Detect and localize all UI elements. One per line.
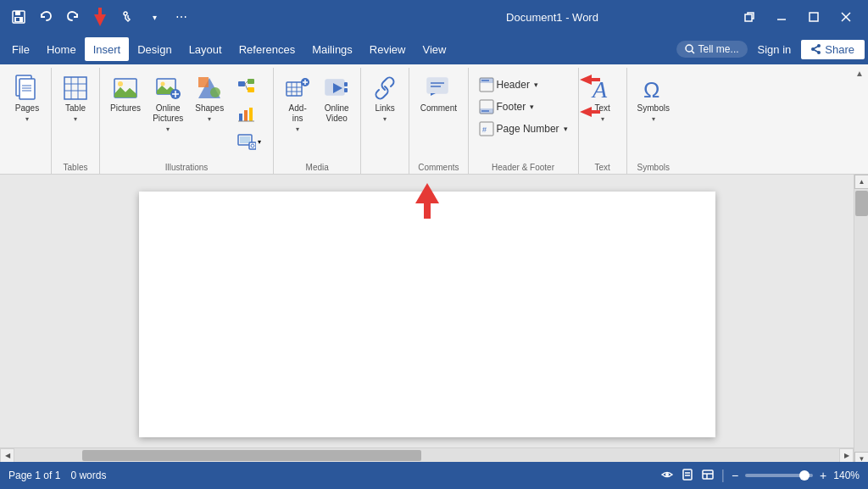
footer-dropdown-arrow: ▾ — [530, 103, 534, 111]
scroll-thumb[interactable] — [855, 191, 868, 216]
svg-marker-69 — [431, 93, 436, 96]
symbols-arrow: ▾ — [652, 115, 655, 123]
table-icon — [62, 75, 89, 102]
ribbon-group-tables: Table ▾ Tables — [52, 68, 100, 174]
zoom-thumb — [799, 470, 810, 481]
svg-rect-48 — [249, 108, 253, 121]
document-content: Sitesbay.com — [0, 175, 854, 466]
chart-button[interactable] — [232, 102, 266, 127]
svg-line-13 — [692, 51, 694, 53]
save-icon[interactable] — [7, 5, 31, 29]
pictures-button[interactable]: Pictures — [105, 71, 146, 117]
links-items: Links ▾ — [366, 68, 403, 170]
word-count: 0 words — [70, 470, 106, 481]
page-number-arrow: ▾ — [564, 125, 568, 133]
media-items: Add-ins ▾ OnlineVideo — [279, 68, 355, 161]
pages-arrow: ▾ — [25, 115, 29, 123]
hscroll-left-button[interactable]: ◀ — [0, 448, 14, 463]
web-view-icon[interactable] — [701, 468, 715, 484]
menu-layout[interactable]: Layout — [181, 37, 231, 61]
menu-references[interactable]: References — [231, 37, 303, 61]
zoom-out-button[interactable]: − — [732, 469, 738, 482]
sign-in-button[interactable]: Sign in — [751, 40, 798, 59]
undo-icon[interactable] — [34, 5, 58, 29]
svg-rect-39 — [198, 77, 209, 87]
shapes-button[interactable]: Shapes ▾ — [190, 71, 229, 126]
tell-me-input[interactable]: Tell me... — [676, 41, 748, 58]
svg-point-12 — [686, 45, 693, 52]
ribbon-group-pages: Pages ▾ — [3, 68, 52, 174]
minimize-icon[interactable] — [766, 3, 797, 31]
hscroll-right-button[interactable]: ▶ — [839, 448, 854, 463]
screenshot-button[interactable]: ▾ — [232, 129, 266, 154]
svg-marker-79 — [580, 107, 600, 117]
svg-rect-64 — [344, 82, 348, 86]
close-icon[interactable] — [831, 3, 861, 31]
doc-area-red-arrow — [414, 183, 441, 220]
quick-access-dropdown[interactable]: ▾ — [142, 5, 166, 29]
read-mode-icon[interactable] — [660, 468, 674, 484]
online-pictures-arrow: ▾ — [166, 125, 170, 133]
restore-icon[interactable] — [734, 3, 765, 31]
header-label: Header — [497, 79, 530, 91]
tell-me-label: Tell me... — [698, 43, 739, 55]
svg-rect-20 — [19, 79, 35, 99]
print-layout-icon[interactable] — [681, 468, 694, 484]
ribbon-group-links: Links ▾ — [361, 68, 409, 174]
footer-label: Footer — [497, 101, 526, 113]
svg-line-44 — [245, 81, 248, 84]
svg-rect-43 — [248, 87, 254, 92]
online-pictures-icon — [154, 75, 181, 102]
links-arrow: ▾ — [383, 115, 387, 123]
maximize-icon[interactable] — [798, 3, 829, 31]
svg-rect-66 — [427, 78, 448, 93]
addins-button[interactable]: Add-ins ▾ — [279, 71, 316, 136]
zoom-level[interactable]: 140% — [833, 470, 860, 481]
page-number-button[interactable]: # Page Number ▾ — [474, 119, 573, 139]
vertical-scrollbar[interactable]: ▲ ▼ — [854, 175, 868, 466]
pages-group-label — [8, 170, 46, 174]
svg-marker-31 — [114, 87, 136, 97]
menu-view[interactable]: View — [414, 37, 454, 61]
menu-home[interactable]: Home — [38, 37, 85, 61]
footer-button[interactable]: Footer ▾ — [474, 97, 573, 117]
table-button[interactable]: Table ▾ — [57, 71, 94, 126]
zoom-slider[interactable] — [745, 474, 813, 477]
share-button[interactable]: Share — [801, 40, 865, 59]
tables-group-label: Tables — [57, 161, 94, 174]
scroll-up-button[interactable]: ▲ — [854, 175, 868, 189]
menu-insert[interactable]: Insert — [85, 37, 130, 61]
horizontal-scrollbar[interactable]: ◀ ▶ — [0, 447, 854, 462]
redo-icon[interactable] — [61, 5, 85, 29]
comment-button[interactable]: Comment — [415, 71, 462, 117]
menu-review[interactable]: Review — [361, 37, 415, 61]
header-dropdown-arrow: ▾ — [534, 81, 538, 89]
scroll-track[interactable] — [854, 189, 868, 452]
header-icon — [479, 77, 494, 92]
zoom-in-button[interactable]: + — [820, 469, 826, 482]
more-options-icon[interactable]: ⋯ — [170, 5, 193, 29]
page-info: Page 1 of 1 — [8, 470, 60, 481]
svg-rect-85 — [683, 470, 692, 480]
document-page — [139, 192, 715, 437]
ribbon-collapse-button[interactable]: ▲ — [851, 64, 868, 81]
symbols-button[interactable]: Ω Symbols ▾ — [632, 71, 675, 126]
hscroll-track[interactable] — [14, 448, 839, 463]
menu-mailings[interactable]: Mailings — [303, 37, 361, 61]
links-button[interactable]: Links ▾ — [366, 71, 403, 126]
hscroll-thumb[interactable] — [82, 450, 421, 461]
online-pictures-button[interactable]: OnlinePictures ▾ — [147, 71, 188, 136]
online-video-label: OnlineVideo — [325, 103, 349, 124]
header-button[interactable]: Header ▾ — [474, 75, 573, 95]
menu-design[interactable]: Design — [129, 37, 180, 61]
menu-file[interactable]: File — [3, 37, 38, 61]
svg-rect-82 — [424, 202, 431, 219]
svg-rect-42 — [248, 79, 254, 84]
pages-button[interactable]: Pages ▾ — [8, 71, 46, 126]
window-controls — [734, 3, 861, 31]
online-video-button[interactable]: OnlineVideo — [318, 71, 355, 127]
footer-icon — [479, 99, 494, 114]
touch-icon[interactable] — [115, 5, 139, 29]
smartart-button[interactable] — [232, 75, 266, 100]
svg-text:#: # — [482, 125, 487, 134]
